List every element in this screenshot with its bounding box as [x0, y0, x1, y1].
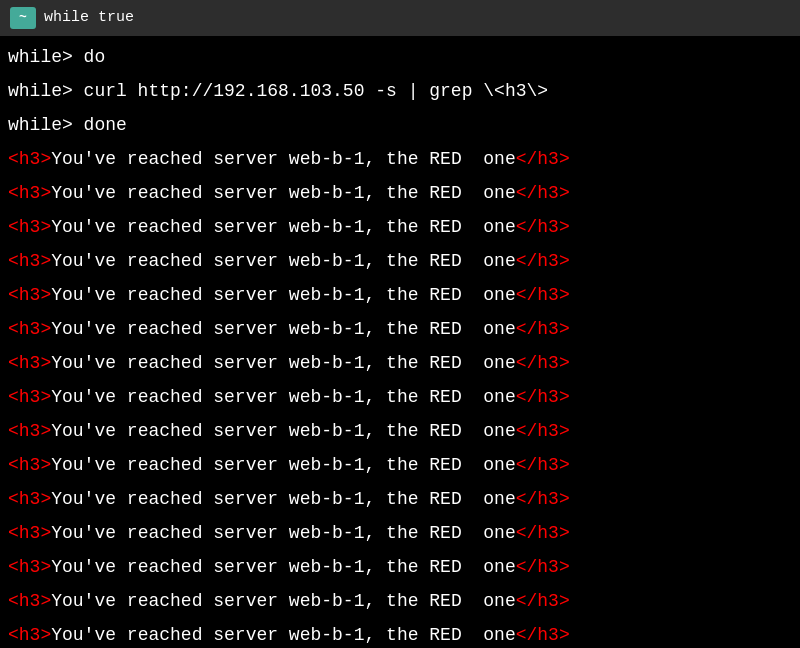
output-line-5: <h3>You've reached server web-b-1, the R… — [8, 278, 792, 312]
command-line-3: while> done — [8, 108, 792, 142]
command-line-2: while> curl http://192.168.103.50 -s | g… — [8, 74, 792, 108]
output-line-1: <h3>You've reached server web-b-1, the R… — [8, 142, 792, 176]
output-line-10: <h3>You've reached server web-b-1, the R… — [8, 448, 792, 482]
terminal-body[interactable]: while> do while> curl http://192.168.103… — [0, 36, 800, 648]
output-line-12: <h3>You've reached server web-b-1, the R… — [8, 516, 792, 550]
output-line-7: <h3>You've reached server web-b-1, the R… — [8, 346, 792, 380]
title-text: while true — [44, 1, 134, 35]
terminal-window: ~ while true while> do while> curl http:… — [0, 0, 800, 648]
output-line-13: <h3>You've reached server web-b-1, the R… — [8, 550, 792, 584]
output-line-9: <h3>You've reached server web-b-1, the R… — [8, 414, 792, 448]
terminal-icon: ~ — [10, 7, 36, 29]
output-line-2: <h3>You've reached server web-b-1, the R… — [8, 176, 792, 210]
title-bar: ~ while true — [0, 0, 800, 36]
output-line-8: <h3>You've reached server web-b-1, the R… — [8, 380, 792, 414]
output-line-4: <h3>You've reached server web-b-1, the R… — [8, 244, 792, 278]
output-line-6: <h3>You've reached server web-b-1, the R… — [8, 312, 792, 346]
output-line-3: <h3>You've reached server web-b-1, the R… — [8, 210, 792, 244]
output-line-11: <h3>You've reached server web-b-1, the R… — [8, 482, 792, 516]
output-line-14: <h3>You've reached server web-b-1, the R… — [8, 584, 792, 618]
output-line-15: <h3>You've reached server web-b-1, the R… — [8, 618, 792, 648]
command-line-1: while> do — [8, 40, 792, 74]
